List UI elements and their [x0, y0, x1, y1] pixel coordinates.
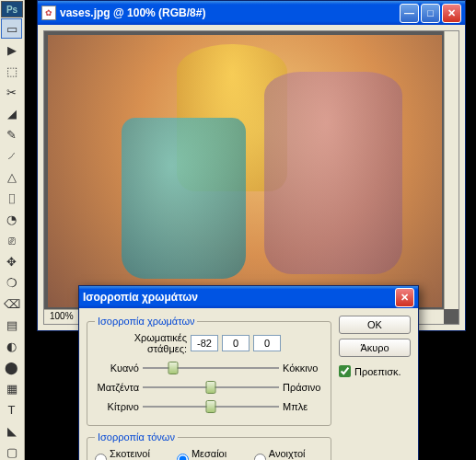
radio-shadows[interactable]: Σκοτεινοί τόνοι: [95, 448, 168, 460]
tool-1[interactable]: ▶: [1, 40, 22, 60]
radio-highlights-label: Ανοιχτοί τόνοι: [269, 448, 323, 460]
maximize-button[interactable]: □: [421, 4, 440, 23]
tool-9[interactable]: ◔: [1, 209, 22, 229]
tool-6[interactable]: ⟋: [1, 145, 22, 166]
cancel-button[interactable]: Άκυρο: [339, 339, 411, 357]
slider-right-label-2: Μπλε: [279, 401, 323, 412]
tone-balance-legend: Ισορροπία τόνων: [95, 431, 178, 443]
ok-button[interactable]: OK: [339, 316, 411, 334]
document-title: vases.jpg @ 100% (RGB/8#): [60, 6, 398, 19]
tools-palette: Ps ▭▶⬚✂◢✎⟋△⌷◔⎚✥❍⌫▤◐⬤▦T◣▢✋🔍: [0, 0, 25, 460]
slider-2[interactable]: [143, 398, 279, 415]
slider-row-1: ΜατζένταΠράσινο: [95, 379, 323, 396]
tone-balance-group: Ισορροπία τόνων Σκοτεινοί τόνοι Μεσαίοι …: [87, 431, 331, 460]
slider-1[interactable]: [143, 379, 279, 396]
slider-0[interactable]: [143, 360, 279, 376]
slider-row-2: ΚίτρινοΜπλε: [95, 398, 323, 415]
radio-midtones-label: Μεσαίοι τόνοι: [192, 448, 245, 460]
tool-2[interactable]: ⬚: [1, 61, 22, 81]
zoom-readout[interactable]: 100%: [44, 309, 79, 324]
tool-8[interactable]: ⌷: [1, 188, 22, 208]
tool-17[interactable]: ▦: [1, 378, 22, 398]
document-titlebar[interactable]: ✿ vases.jpg @ 100% (RGB/8#) — □ ✕: [38, 1, 465, 25]
slider-left-label-2: Κίτρινο: [95, 401, 143, 412]
color-levels-label: Χρωματικές στάθμες:: [95, 332, 187, 354]
tool-11[interactable]: ✥: [1, 251, 22, 271]
preview-label: Προεπισκ.: [354, 366, 401, 377]
color-balance-legend: Ισορροπία χρωμάτων: [95, 316, 197, 327]
tool-3[interactable]: ✂: [1, 82, 22, 102]
tool-14[interactable]: ▤: [1, 315, 22, 335]
slider-right-label-0: Κόκκινο: [279, 362, 323, 374]
radio-midtones[interactable]: Μεσαίοι τόνοι: [177, 448, 245, 460]
tool-19[interactable]: ◣: [1, 420, 22, 441]
level-yellow-blue[interactable]: [253, 335, 281, 351]
app-logo: Ps: [1, 1, 23, 17]
doc-close-button[interactable]: ✕: [442, 4, 461, 23]
color-balance-group: Ισορροπία χρωμάτων Χρωματικές στάθμες: Κ…: [87, 316, 331, 426]
image-canvas[interactable]: [48, 35, 442, 307]
tool-10[interactable]: ⎚: [1, 230, 22, 250]
tool-0[interactable]: ▭: [1, 18, 22, 39]
color-balance-dialog: Ισορροπία χρωμάτων ✕ Ισορροπία χρωμάτων …: [78, 285, 419, 460]
document-icon: ✿: [41, 6, 56, 20]
tool-15[interactable]: ◐: [1, 336, 22, 356]
level-cyan-red[interactable]: [191, 335, 218, 351]
vase-pink: [264, 72, 402, 274]
slider-row-0: ΚυανόΚόκκινο: [95, 360, 323, 376]
tool-12[interactable]: ❍: [1, 272, 22, 293]
level-magenta-green[interactable]: [222, 335, 250, 351]
tool-7[interactable]: △: [1, 167, 22, 187]
tool-16[interactable]: ⬤: [1, 357, 22, 377]
slider-left-label-0: Κυανό: [95, 362, 143, 374]
canvas-area: 100%: [43, 30, 459, 325]
slider-left-label-1: Ματζέντα: [95, 382, 143, 393]
dialog-titlebar[interactable]: Ισορροπία χρωμάτων ✕: [79, 286, 418, 308]
vase-blue: [122, 118, 246, 279]
tool-5[interactable]: ✎: [1, 124, 22, 144]
dialog-title: Ισορροπία χρωμάτων: [83, 291, 393, 304]
tool-18[interactable]: T: [1, 399, 22, 420]
tool-13[interactable]: ⌫: [1, 293, 22, 314]
vertical-scrollbar[interactable]: [444, 31, 459, 309]
radio-shadows-label: Σκοτεινοί τόνοι: [110, 448, 168, 460]
tool-4[interactable]: ◢: [1, 103, 22, 123]
dialog-close-button[interactable]: ✕: [395, 288, 414, 307]
minimize-button[interactable]: —: [400, 4, 419, 23]
tool-20[interactable]: ▢: [1, 442, 22, 460]
slider-right-label-1: Πράσινο: [279, 382, 323, 393]
document-window: ✿ vases.jpg @ 100% (RGB/8#) — □ ✕ 100%: [37, 0, 466, 331]
radio-highlights[interactable]: Ανοιχτοί τόνοι: [254, 448, 323, 460]
preview-checkbox[interactable]: [339, 365, 351, 377]
